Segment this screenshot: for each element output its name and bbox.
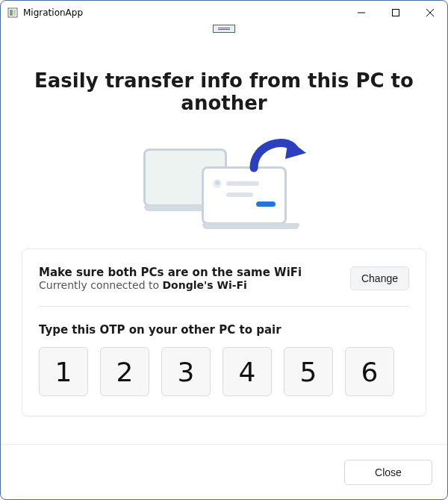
app-icon (7, 7, 19, 19)
page-title: Easily transfer info from this PC to ano… (22, 69, 426, 114)
otp-digit: 5 (284, 347, 333, 396)
window-controls (344, 1, 447, 25)
divider (39, 306, 409, 307)
otp-digit: 3 (161, 347, 211, 396)
minimize-button[interactable] (344, 1, 379, 25)
otp-digit: 4 (223, 347, 272, 396)
maximize-button[interactable] (379, 1, 413, 25)
title-bar[interactable]: MigrationApp (1, 1, 447, 25)
wifi-heading: Make sure both PCs are on the same WiFi (39, 266, 341, 279)
pairing-card: Make sure both PCs are on the same WiFi … (22, 249, 426, 416)
otp-heading: Type this OTP on your other PC to pair (39, 323, 409, 337)
svg-rect-4 (393, 10, 399, 16)
otp-row: 1 2 3 4 5 6 (39, 347, 409, 396)
svg-rect-2 (13, 10, 16, 16)
transfer-illustration (142, 135, 306, 231)
svg-rect-1 (10, 10, 13, 16)
footer: Close (1, 444, 447, 499)
transfer-arrow-icon (249, 135, 308, 178)
app-window: MigrationApp Easily transfer info from t… (0, 0, 448, 500)
otp-digit: 2 (100, 347, 149, 396)
otp-digit: 1 (39, 347, 88, 396)
otp-digit: 6 (345, 347, 394, 396)
wifi-status: Currently connected to Dongle's Wi-Fi (39, 279, 341, 291)
wifi-network-name: Dongle's Wi-Fi (162, 279, 246, 291)
close-window-button[interactable] (413, 1, 447, 25)
window-title: MigrationApp (23, 7, 344, 18)
wifi-row: Make sure both PCs are on the same WiFi … (39, 266, 409, 291)
close-button[interactable]: Close (344, 460, 432, 485)
change-wifi-button[interactable]: Change (350, 266, 409, 290)
tab-handle-icon (213, 25, 235, 33)
main-content: Easily transfer info from this PC to ano… (1, 25, 447, 444)
